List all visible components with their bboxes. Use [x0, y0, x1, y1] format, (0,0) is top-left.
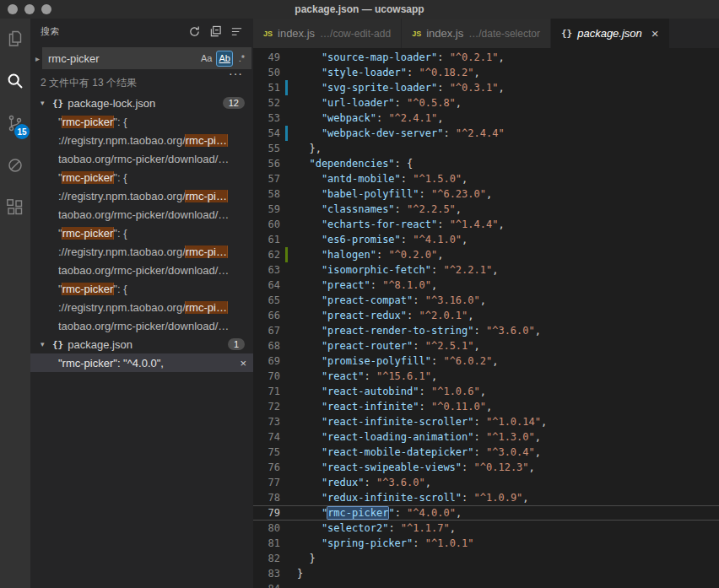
refresh-icon[interactable] — [187, 24, 201, 38]
code-line[interactable]: 81 "spring-picker": "^1.0.1" — [253, 536, 719, 551]
code-line[interactable]: 58 "babel-polyfill": "^6.23.0", — [253, 186, 719, 202]
code-token: "^3.16.0" — [425, 294, 480, 306]
extensions-icon[interactable] — [5, 197, 25, 218]
code-token: "react-mobile-datepicker" — [297, 446, 474, 458]
code-line[interactable]: 52 "url-loader": "^0.5.8", — [253, 95, 719, 111]
traffic-light-minimize[interactable] — [24, 4, 35, 14]
code-line[interactable]: 75 "react-mobile-datepicker": "^3.0.4", — [253, 445, 719, 460]
search-icon[interactable] — [5, 71, 25, 91]
code-line[interactable]: 63 "isomorphic-fetch": "^2.2.1", — [253, 262, 719, 278]
code-line[interactable]: 49 "source-map-loader": "^0.2.1", — [253, 50, 719, 65]
result-file-row[interactable]: ▾{}package-lock.json12 — [30, 94, 253, 112]
code-line[interactable]: 59 "classnames": "^2.2.5", — [253, 202, 719, 217]
tab-label: package.json — [577, 27, 642, 40]
code-line[interactable]: 73 "react-infinite-scroller": "^1.0.14", — [253, 414, 719, 429]
search-match-row[interactable]: ://registry.npm.taobao.org/rmc-pi… — [30, 186, 253, 205]
search-input[interactable] — [48, 52, 197, 65]
code-line[interactable]: 77 "redux": "^3.6.0", — [253, 475, 719, 490]
code-line[interactable]: 56 "dependencies": { — [253, 156, 719, 171]
search-match-row[interactable]: taobao.org/rmc-picker/download/… — [30, 205, 253, 224]
traffic-light-close[interactable] — [8, 4, 18, 14]
search-match-row[interactable]: "rmc-picker": "^4.0.0",× — [30, 353, 253, 372]
collapse-all-icon[interactable] — [208, 24, 222, 38]
js-file-icon: JS — [263, 30, 273, 38]
code-area[interactable]: 49 "source-map-loader": "^0.2.1",50 "sty… — [253, 48, 719, 588]
code-line[interactable]: 76 "react-swipeable-views": "^0.12.3", — [253, 460, 719, 475]
explorer-icon[interactable] — [5, 29, 25, 49]
dismiss-match-icon[interactable]: × — [240, 357, 246, 370]
source-control-icon[interactable]: 15 — [5, 113, 25, 133]
code-line[interactable]: 50 "style-loader": "^0.18.2", — [253, 65, 719, 80]
tab-close-icon[interactable]: × — [651, 27, 659, 40]
code-line[interactable]: 67 "preact-render-to-string": "^3.6.0", — [253, 323, 719, 338]
clear-search-results-icon[interactable] — [230, 24, 243, 38]
code-line[interactable]: 65 "preact-compat": "^3.16.0", — [253, 293, 719, 308]
code-line[interactable]: 57 "antd-mobile": "^1.5.0", — [253, 171, 719, 186]
code-line[interactable]: 79 "rmc-picker": "^4.0.0", — [253, 505, 719, 521]
tab-index-js[interactable]: JSindex.js…/cow-edit-add — [253, 19, 402, 48]
search-match-row[interactable]: taobao.org/rmc-picker/download/… — [30, 316, 253, 335]
code-line[interactable]: 78 "redux-infinite-scroll": "^1.0.9", — [253, 490, 719, 505]
expand-arrow-icon[interactable]: ▾ — [41, 340, 51, 348]
code-text: "style-loader": "^0.18.2", — [294, 65, 719, 80]
code-token: "style-loader" — [297, 67, 407, 78]
search-match-row[interactable]: ://registry.npm.taobao.org/rmc-pi… — [30, 298, 253, 316]
code-line[interactable]: 61 "es6-promise": "^4.1.0", — [253, 232, 719, 247]
toggle-replace-chevron-icon[interactable]: ▸ — [33, 54, 42, 63]
code-line[interactable]: 82 } — [253, 551, 719, 566]
sidebar-actions — [187, 24, 243, 38]
vscode-window: package.json — ucowsapp 15 — [0, 0, 719, 588]
code-text: "babel-polyfill": "^6.23.0", — [294, 186, 719, 202]
search-match-row[interactable]: "rmc-picker": { — [30, 168, 253, 186]
code-line[interactable]: 55 }, — [253, 141, 719, 156]
code-token: "^0.5.8" — [407, 97, 456, 109]
code-line[interactable]: 70 "react": "^15.6.1", — [253, 369, 719, 384]
code-text: "selector2": "^1.1.7", — [294, 521, 719, 536]
code-line[interactable]: 72 "react-infinite": "^0.11.0", — [253, 399, 719, 414]
tab-package-json[interactable]: {}package.json× — [551, 19, 670, 48]
match-whole-word-toggle[interactable]: Ab — [216, 51, 232, 67]
editor-group: JSindex.js…/cow-edit-addJSindex.js…/date… — [253, 19, 719, 588]
line-number: 82 — [253, 551, 280, 566]
code-line[interactable]: 66 "preact-redux": "^2.0.1", — [253, 308, 719, 323]
search-match-row[interactable]: taobao.org/rmc-picker/download/… — [30, 149, 253, 168]
search-match-row[interactable]: ://registry.npm.taobao.org/rmc-pi… — [30, 242, 253, 261]
code-line[interactable]: 74 "react-loading-animation": "^1.3.0", — [253, 429, 719, 445]
code-line[interactable]: 60 "echarts-for-react": "^1.4.4", — [253, 217, 719, 232]
more-actions-icon[interactable]: ··· — [229, 67, 243, 80]
code-line[interactable]: 69 "promise-polyfill": "^6.0.2", — [253, 353, 719, 369]
search-match-row[interactable]: taobao.org/rmc-picker/download/… — [30, 261, 253, 279]
gutter — [280, 278, 294, 293]
code-text: "redux-infinite-scroll": "^1.0.9", — [294, 490, 719, 505]
search-match-row[interactable]: "rmc-picker": { — [30, 279, 253, 298]
tab-index-js[interactable]: JSindex.js…/date-selector — [402, 19, 551, 48]
code-line[interactable]: 53 "webpack": "^2.4.1", — [253, 111, 719, 126]
code-line[interactable]: 54 "webpack-dev-server": "^2.4.4" — [253, 126, 719, 141]
traffic-light-zoom[interactable] — [41, 4, 51, 14]
code-line[interactable]: 84 — [253, 581, 719, 588]
code-token: "^15.6.1" — [376, 370, 431, 382]
code-line[interactable]: 71 "react-autobind": "^1.0.6", — [253, 384, 719, 399]
gutter — [280, 141, 294, 156]
expand-arrow-icon[interactable]: ▾ — [41, 99, 51, 107]
code-line[interactable]: 80 "selector2": "^1.1.7", — [253, 521, 719, 536]
search-match-row[interactable]: ://registry.npm.taobao.org/rmc-pi… — [30, 131, 253, 149]
search-match-row[interactable]: "rmc-picker": { — [30, 224, 253, 242]
debug-icon[interactable] — [5, 155, 25, 175]
line-number: 56 — [253, 156, 280, 171]
search-match-row[interactable]: "rmc-picker": { — [30, 112, 253, 131]
code-line[interactable]: 68 "preact-router": "^2.5.1", — [253, 338, 719, 353]
code-token: "^1.5.0" — [413, 173, 462, 185]
code-token: "^1.0.1" — [425, 537, 474, 549]
code-token: : — [431, 355, 443, 367]
code-line[interactable]: 83} — [253, 566, 719, 581]
code-line[interactable]: 51 "svg-sprite-loader": "^0.3.1", — [253, 80, 719, 95]
code-line[interactable]: 64 "preact": "^8.1.0", — [253, 278, 719, 293]
code-token: "^6.0.2" — [443, 355, 492, 367]
code-line[interactable]: 62 "halogen": "^0.2.0", — [253, 247, 719, 262]
match-text: "rmc-picker": { — [58, 116, 246, 128]
code-token: : — [376, 249, 388, 261]
match-case-toggle[interactable]: Aa — [198, 51, 214, 67]
result-file-row[interactable]: ▾{}package.json1 — [30, 335, 253, 353]
use-regex-toggle[interactable]: .* — [235, 51, 249, 67]
